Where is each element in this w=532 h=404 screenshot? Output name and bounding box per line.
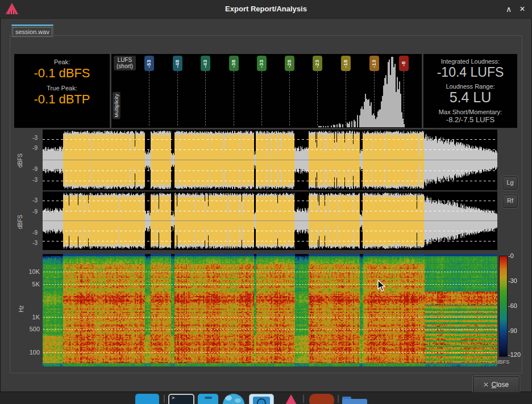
taskbar-separator [303,395,304,403]
freq-gridline [43,352,497,353]
logscale-button[interactable]: Lg [502,176,518,190]
waveform-tick: -3 [23,197,38,203]
colorbar-tick: -120 [508,351,521,358]
max-short-momentary-value: -8.2/-7.5 LUFS [423,115,517,124]
file-manager-icon[interactable] [342,399,367,404]
lufs-histogram-panel: LUFS (short) -53 -48 -43 -38 -33 -28 -23… [111,54,422,128]
waveform-left-axis-unit: dBFS [16,212,24,231]
web-globe-icon[interactable] [223,394,244,404]
close-x-icon: × [484,380,489,389]
loudness-range-value: 5.4 LU [423,89,517,106]
integrated-loudness-value: -10.4 LUFS [423,65,517,80]
terminal-icon[interactable]: > [168,394,194,404]
taskbar: > [0,392,532,404]
ardour-taskbar-icon[interactable] [284,394,298,404]
close-button[interactable]: × Close [473,376,519,393]
waveform-tick: -9 [23,145,38,151]
waveform-canvas-right [43,191,497,250]
freq-gridline [43,284,497,285]
spectrogram-colorbar [499,256,508,357]
screenshot-tool-icon[interactable] [249,394,274,404]
mouse-cursor [377,280,386,292]
colorbar-tick: -0 [508,252,514,259]
scale-badge: -13 [369,56,379,71]
taskbar-separator [338,395,339,403]
true-peak-value: -0.1 dBTP [14,92,110,107]
peak-value: -0.1 dBFS [14,66,110,81]
scale-badge: -48 [173,56,182,71]
scale-badge: -23 [313,56,322,71]
peak-label: Peak: [14,59,110,65]
scale-badge: -53 [144,56,154,71]
freq-tick: 10K [23,268,40,275]
panel-app-icon[interactable] [198,394,218,404]
freq-tick: 5K [23,281,40,288]
screen: Export Report/Analysis ∧ × session.wav P… [0,0,532,404]
scale-badge: -18 [341,56,351,71]
spectrogram-canvas [43,254,497,366]
freq-tick: 1K [23,314,40,320]
waveform-tick: -3 [23,177,38,183]
max-short-momentary-label: Max Short/Momentary: [423,109,517,115]
freq-tick: 500 [23,326,40,332]
colorbar-tick: -90 [508,327,517,334]
freq-gridline [43,272,497,272]
rectified-button[interactable]: Rf [502,194,518,208]
freq-tick: 100 [23,349,40,356]
scale-badge: -8 [399,56,409,71]
loudness-panel: Integrated Loudness: -10.4 LUFS Loudness… [423,54,517,128]
titlebar[interactable]: Export Report/Analysis ∧ × [0,0,532,19]
scale-badge: -38 [229,56,239,71]
waveform-tick: -9 [23,209,38,215]
waveform-tick: -3 [23,135,38,141]
close-button-label: Close [492,381,509,389]
scale-badge: -43 [201,56,210,71]
taskbar-separator [164,395,165,403]
window-title: Export Report/Analysis [0,5,532,13]
integrated-loudness-label: Integrated Loudness: [423,58,517,65]
true-peak-label: True Peak: [14,85,110,91]
colorbar-tick: -60 [508,302,517,309]
scale-badge: -33 [257,56,267,71]
freq-gridline [43,317,497,318]
freq-gridline [43,329,497,330]
shade-window-icon[interactable]: ∧ [502,3,515,15]
scale-badge: -28 [285,56,294,71]
waveform-tick: -9 [23,166,38,172]
histogram-y-axis-label: Multiplicity [112,85,121,126]
paint-app-icon[interactable] [309,394,334,404]
app-window-icon[interactable] [135,394,159,404]
peak-panel: Peak: -0.1 dBFS True Peak: -0.1 dBTP [14,54,110,128]
waveform-canvas-left [43,130,497,190]
waveform-tick: -3 [23,240,38,246]
colorbar-unit: dBFS [489,359,517,365]
close-window-icon[interactable]: × [516,3,529,15]
waveform-tick: -9 [23,230,38,236]
colorbar-tick: -30 [508,277,517,284]
